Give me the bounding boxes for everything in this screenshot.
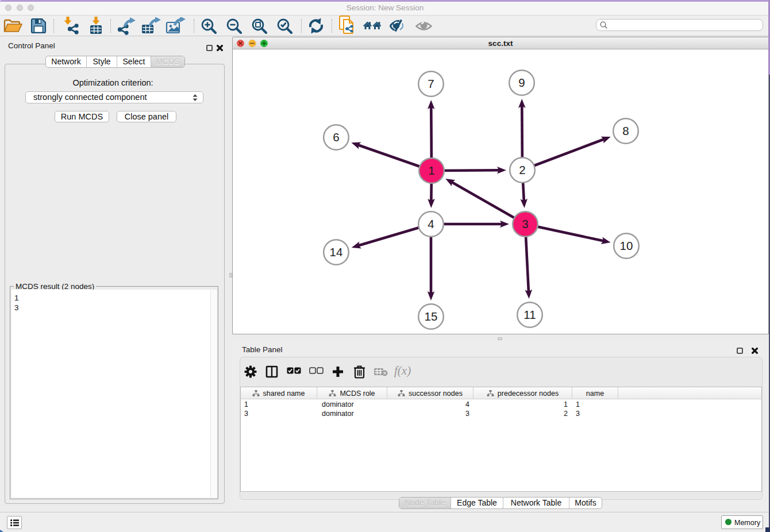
svg-text:15: 15 <box>425 310 438 323</box>
svg-text:1: 1 <box>428 164 434 177</box>
svg-text:7: 7 <box>428 77 434 90</box>
svg-text:4: 4 <box>428 217 434 230</box>
svg-text:14: 14 <box>330 245 343 259</box>
svg-text:2: 2 <box>519 163 525 176</box>
svg-text:6: 6 <box>333 130 339 144</box>
svg-text:3: 3 <box>522 217 528 230</box>
svg-text:10: 10 <box>620 239 633 252</box>
svg-text:8: 8 <box>622 124 629 137</box>
svg-text:11: 11 <box>523 308 536 321</box>
svg-text:9: 9 <box>518 76 525 89</box>
